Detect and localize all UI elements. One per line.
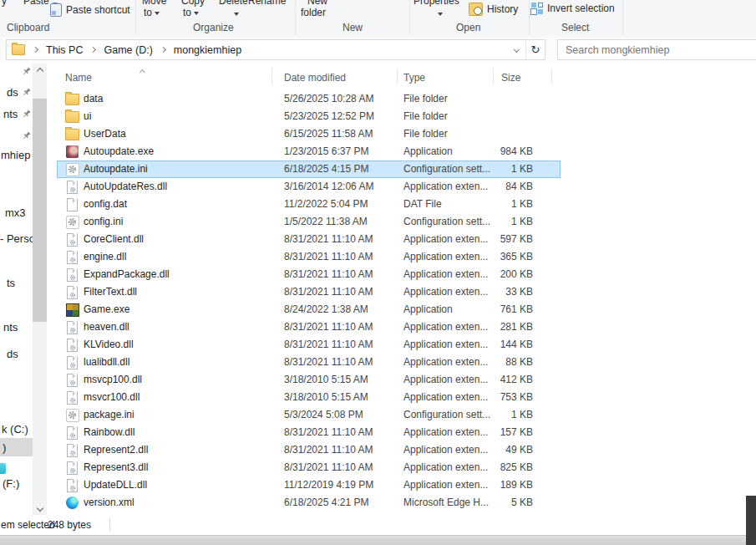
file-name[interactable]: lualibdll.dll	[84, 354, 271, 371]
file-row[interactable]: msvcp100.dll3/18/2010 5:15 AMApplication…	[48, 371, 756, 389]
move-to-button[interactable]: Move	[142, 0, 166, 7]
dll-file-icon	[65, 371, 79, 389]
file-name[interactable]: ui	[84, 108, 271, 125]
file-size: 5 KB	[458, 494, 533, 512]
scroll-down-button[interactable]	[33, 501, 47, 515]
column-separator[interactable]	[397, 69, 398, 84]
file-name[interactable]: data	[84, 90, 271, 108]
sidebar-item-label: ts	[7, 277, 15, 289]
file-row[interactable]: version.xml6/18/2025 4:21 PMMicrosoft Ed…	[48, 494, 756, 512]
column-header-size[interactable]: Size	[501, 72, 520, 84]
file-name[interactable]: Autoupdate.ini	[84, 160, 271, 178]
column-separator[interactable]	[551, 69, 552, 84]
sidebar-item-label: nts	[3, 321, 18, 334]
file-row[interactable]: CoreClient.dll8/31/2021 11:10 AMApplicat…	[48, 231, 756, 248]
file-name[interactable]: msvcp100.dll	[84, 371, 271, 389]
file-name[interactable]: KLVideo.dll	[84, 336, 271, 354]
new-folder-button[interactable]: New	[307, 0, 327, 7]
file-row[interactable]: Autoupdate.exe1/23/2015 6:37 PMApplicati…	[48, 143, 756, 160]
address-dropdown-button[interactable]	[507, 40, 525, 59]
file-name[interactable]: Represent2.dll	[84, 441, 271, 459]
search-input[interactable]	[558, 40, 756, 59]
file-row[interactable]: Rainbow.dll8/31/2021 11:10 AMApplication…	[48, 424, 756, 441]
file-row[interactable]: config.dat11/2/2022 5:04 PMDAT File1 KB	[48, 196, 756, 213]
column-separator[interactable]	[271, 69, 272, 84]
file-name[interactable]: version.xml	[84, 494, 271, 512]
file-name[interactable]: msvcr100.dll	[84, 389, 271, 406]
file-row[interactable]: UpdateDLL.dll11/12/2019 4:19 PMApplicati…	[48, 476, 756, 494]
rename-button[interactable]: Rename	[248, 0, 286, 7]
file-date-modified: 1/23/2015 6:37 PM	[284, 143, 397, 160]
sidebar-scrollbar[interactable]	[33, 64, 47, 515]
file-row[interactable]: engine.dll8/31/2021 11:10 AMApplication …	[48, 248, 756, 266]
file-name[interactable]: Autoupdate.exe	[84, 143, 271, 160]
file-row[interactable]: Autoupdate.ini6/18/2025 4:15 PMConfigura…	[48, 160, 756, 178]
column-separator[interactable]	[493, 69, 494, 84]
file-name[interactable]: heaven.dll	[84, 318, 271, 336]
properties-dropdown[interactable]	[435, 8, 443, 19]
file-row[interactable]: Represent3.dll8/31/2021 11:10 AMApplicat…	[48, 459, 756, 476]
dll-file-icon	[65, 266, 79, 283]
file-row[interactable]: FilterText.dll8/31/2021 11:10 AMApplicat…	[48, 283, 756, 301]
column-header-type[interactable]: Type	[403, 72, 425, 84]
file-row[interactable]: msvcr100.dll3/18/2010 5:15 AMApplication…	[48, 389, 756, 406]
file-name[interactable]: CoreClient.dll	[84, 231, 271, 248]
file-name[interactable]: engine.dll	[84, 248, 271, 266]
file-row[interactable]: Represent2.dll8/31/2021 11:10 AMApplicat…	[48, 441, 756, 459]
invert-selection-icon	[531, 3, 543, 14]
delete-button[interactable]: Delete	[219, 0, 248, 7]
refresh-button[interactable]: ↻	[526, 40, 545, 59]
column-header-date-modified[interactable]: Date modified	[284, 72, 346, 84]
copy-button[interactable]: y	[2, 0, 7, 7]
file-row[interactable]: ExpandPackage.dll8/31/2021 11:10 AMAppli…	[48, 266, 756, 283]
breadcrumb-drive[interactable]: Game (D:)	[102, 44, 154, 56]
file-row[interactable]: KLVideo.dll8/31/2021 11:10 AMApplication…	[48, 336, 756, 354]
game-app-icon	[65, 301, 79, 318]
sidebar-item-label: mx3	[5, 206, 26, 219]
scrollbar-thumb[interactable]	[33, 99, 47, 322]
pin-icon	[22, 87, 31, 99]
file-row[interactable]: config.ini1/5/2022 11:38 AMConfiguration…	[48, 213, 756, 231]
file-name[interactable]: config.dat	[84, 196, 271, 213]
paste-button[interactable]: Paste	[23, 0, 49, 7]
file-name[interactable]: Rainbow.dll	[84, 424, 271, 441]
file-name[interactable]: ExpandPackage.dll	[84, 266, 271, 283]
file-row[interactable]: package.ini5/3/2024 5:08 PMConfiguration…	[48, 406, 756, 424]
file-date-modified: 8/24/2022 1:38 AM	[284, 301, 397, 318]
file-name[interactable]: FilterText.dll	[84, 283, 271, 301]
column-headers: Name Date modified Type Size	[48, 65, 756, 85]
file-row[interactable]: ui5/23/2025 12:52 PMFile folder	[48, 108, 756, 125]
search-box[interactable]	[557, 39, 756, 60]
copy-to-button-line2[interactable]: to	[183, 7, 199, 18]
properties-button[interactable]: Properties	[414, 0, 459, 7]
file-row[interactable]: AutoUpdateRes.dll3/16/2014 12:06 AMAppli…	[48, 178, 756, 196]
file-size: 84 KB	[458, 178, 533, 196]
breadcrumb-this-pc[interactable]: This PC	[44, 44, 84, 56]
sidebar-item-label: (F:)	[3, 477, 19, 490]
history-button[interactable]: History	[469, 3, 518, 16]
paste-shortcut-button[interactable]: Paste shortcut	[50, 3, 130, 17]
file-name[interactable]: UpdateDLL.dll	[84, 476, 271, 494]
invert-selection-button[interactable]: Invert selection	[531, 3, 615, 14]
file-name[interactable]: AutoUpdateRes.dll	[84, 178, 271, 196]
file-name[interactable]: Game.exe	[84, 301, 271, 318]
scroll-up-button[interactable]	[33, 64, 47, 78]
file-row[interactable]: heaven.dll8/31/2021 11:10 AMApplication …	[48, 318, 756, 336]
file-date-modified: 6/18/2025 4:21 PM	[284, 494, 397, 512]
file-row[interactable]: UserData6/15/2025 11:58 AMFile folder	[48, 125, 756, 143]
dll-file-icon	[65, 336, 79, 354]
file-row[interactable]: data5/26/2025 10:28 AMFile folder	[48, 90, 756, 108]
breadcrumb-folder[interactable]: mongkiemhiep	[172, 44, 243, 56]
copy-to-button[interactable]: Copy	[181, 0, 205, 7]
column-header-name[interactable]: Name	[65, 72, 92, 84]
new-folder-button-line2[interactable]: folder	[301, 7, 326, 18]
address-bar[interactable]: This PC Game (D:) mongkiemhiep ↻	[6, 39, 545, 60]
file-name[interactable]: config.ini	[84, 213, 271, 231]
file-name[interactable]: UserData	[84, 125, 271, 143]
delete-dropdown[interactable]	[231, 8, 239, 19]
file-name[interactable]: Represent3.dll	[84, 459, 271, 476]
file-row[interactable]: Game.exe8/24/2022 1:38 AMApplication761 …	[48, 301, 756, 318]
move-to-button-line2[interactable]: to	[144, 7, 160, 18]
file-name[interactable]: package.ini	[84, 406, 271, 424]
file-row[interactable]: lualibdll.dll8/31/2021 11:10 AMApplicati…	[48, 354, 756, 371]
